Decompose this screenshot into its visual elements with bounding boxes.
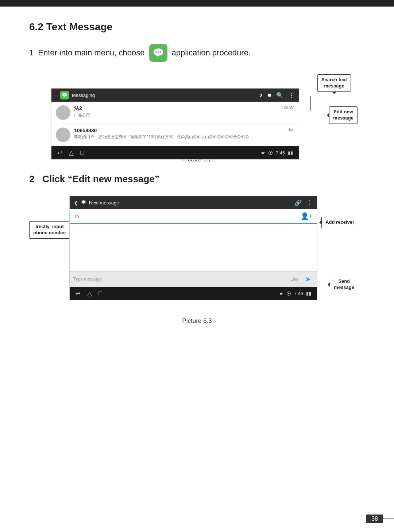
svg-marker-11	[82, 203, 84, 204]
top-bar	[0, 0, 394, 7]
step2-number: 2	[29, 173, 34, 184]
time-2: Jan	[288, 128, 294, 132]
svg-point-3	[158, 51, 159, 53]
step2-text: Click “Edit new message”	[42, 173, 159, 184]
nav-right-1: ★ ⦿ 7:45 ▮▮	[261, 150, 293, 156]
recent-btn[interactable]: □	[80, 149, 84, 156]
svg-point-2	[155, 51, 157, 53]
type-message-bar: Type message 160/ ➤	[70, 271, 317, 287]
more-icon[interactable]: ⋮	[289, 92, 294, 99]
callout-search-label: Search textmessage	[321, 77, 347, 89]
attach-icon[interactable]: 🔗	[294, 199, 302, 206]
wifi-icon: ⦿	[268, 150, 273, 156]
char-count: 160/	[291, 277, 298, 281]
back-btn-2[interactable]: ↩	[76, 290, 81, 297]
step1-number: 1	[29, 48, 34, 58]
battery-icon: ▮▮	[288, 150, 293, 156]
callout-search-line	[310, 96, 311, 111]
picture2-caption: Picture 6.3	[29, 317, 365, 325]
header-right: 🔗 ⋮	[294, 199, 313, 206]
svg-marker-1	[156, 55, 158, 57]
avatar-1	[56, 105, 70, 120]
screenshot-1-box: Messaging 2 ■ 🔍 ⋮ 法2 广発公司 2:06AM	[51, 88, 299, 160]
time-1: 2:06AM	[281, 105, 294, 110]
callout-input-label: irectly inputphone number	[33, 224, 66, 235]
svg-point-7	[63, 94, 64, 95]
svg-point-4	[160, 51, 161, 53]
step1-text1: Enter into main menu, choose	[38, 48, 144, 58]
header-left: ❮ New message	[74, 200, 119, 206]
header-app-icon	[81, 200, 86, 206]
callout-input: irectly inputphone number	[29, 221, 70, 239]
back-btn[interactable]: ↩	[57, 149, 62, 157]
new-msg-header: ❮ New message 🔗 ⋮	[70, 196, 317, 209]
signal-icon-2: ★	[279, 291, 283, 296]
section-title: 6.2 Text Message	[29, 21, 365, 33]
to-field[interactable]: To 👤+	[70, 209, 317, 224]
step2-heading: 2 Click “Edit new message”	[29, 173, 365, 185]
type-msg-placeholder: Type message	[73, 277, 288, 282]
callout-send-label: Sendmessage	[334, 278, 354, 290]
nav-left-1: ↩ △ □	[57, 149, 84, 157]
topbar-icons-right: 2 ■ 🔍 ⋮	[259, 92, 294, 99]
callout-edit: Edit newmessage	[329, 106, 358, 124]
callout-search: Search textmessage	[317, 74, 351, 92]
signal-icon: ★	[261, 150, 265, 156]
msg-item-2[interactable]: 10658830 尊敬的用户，您为连送这费特！颗颜多字213可依此方式，还尚高山…	[51, 124, 299, 146]
screenshot-2-box: ❮ New message 🔗 ⋮ To	[69, 196, 317, 300]
message-area[interactable]	[70, 224, 317, 271]
wifi-icon-2: ⦿	[286, 291, 291, 296]
add-contact-button[interactable]: 👤+	[301, 212, 313, 220]
msg-item-1[interactable]: 法2 广発公司 2:06AM	[51, 102, 299, 124]
nav-right-2: ★ ⦿ 7:46 ▮▮	[279, 291, 311, 296]
to-label: To	[74, 214, 79, 219]
to-input[interactable]	[81, 212, 299, 220]
search-icon[interactable]: 🔍	[276, 92, 283, 99]
recent-btn-2[interactable]: □	[98, 290, 102, 297]
new-msg-title: New message	[89, 200, 119, 206]
screenshot-1-wrapper: Search textmessage Edit newmessage	[29, 71, 365, 151]
page-number-area: 38	[366, 515, 394, 523]
time-display-2: 7:46	[294, 291, 303, 296]
msg-body-1: 法2 广発公司	[74, 105, 277, 118]
svg-marker-6	[63, 96, 65, 97]
svg-point-8	[64, 94, 65, 95]
callout-add: Add receiver	[321, 217, 358, 228]
nav-left-2: ↩ △ □	[76, 290, 102, 297]
badge-number: 2	[259, 92, 262, 98]
page-number: 38	[366, 515, 383, 523]
app-title-text: Messaging	[72, 93, 95, 98]
svg-point-9	[65, 94, 66, 95]
message-list: 法2 广発公司 2:06AM 10658830 尊敬的用户，您为连送这费特！颗颜…	[51, 102, 299, 146]
msg-body-2: 10658830 尊敬的用户，您为连送这费特！颗颜多字213可依此方式，还尚高山…	[74, 128, 284, 140]
home-btn[interactable]: △	[69, 149, 74, 157]
messaging-app-icon	[149, 44, 167, 62]
screenshot-2-wrapper: irectly inputphone number Add receiver S…	[29, 192, 365, 312]
avatar-2	[56, 128, 70, 142]
step1-text: 1 Enter into main menu, choose applicati…	[29, 44, 365, 62]
preview-1: 广発公司	[74, 113, 256, 118]
time-display-1: 7:45	[276, 150, 285, 156]
android-nav-1: ↩ △ □ ★ ⦿ 7:45 ▮▮	[51, 146, 299, 159]
svg-point-10	[81, 200, 85, 203]
android-nav-2: ↩ △ □ ★ ⦿ 7:46 ▮▮	[70, 287, 317, 300]
header-more-icon[interactable]: ⋮	[307, 199, 313, 206]
callout-send: Sendmessage	[330, 276, 358, 293]
app-title-area: Messaging	[56, 89, 99, 102]
callout-edit-label: Edit newmessage	[333, 109, 354, 121]
android-topbar-1: Messaging 2 ■ 🔍 ⋮	[51, 89, 299, 102]
sender-1: 法2	[74, 105, 277, 112]
compose-icon: ■	[267, 92, 271, 98]
home-btn-2[interactable]: △	[87, 290, 92, 297]
back-arrow[interactable]: ❮	[74, 200, 78, 206]
battery-icon-2: ▮▮	[306, 291, 311, 296]
callout-add-label: Add receiver	[325, 219, 354, 225]
preview-2: 尊敬的用户，您为连送这费特！颗颜多字213可依此方式，还尚高山公司大山公司公司公…	[74, 134, 256, 140]
topbar-app-icon	[60, 91, 69, 99]
sender-2: 10658830	[74, 128, 284, 133]
step1-text2: application procedure.	[172, 48, 251, 58]
send-button[interactable]: ➤	[302, 274, 313, 285]
